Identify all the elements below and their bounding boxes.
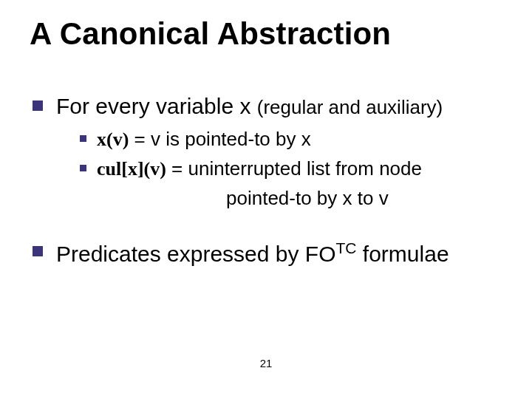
square-bullet-icon: [33, 100, 43, 111]
superscript-tc: TC: [336, 239, 357, 256]
bullet-2-before: Predicates expressed by FO: [56, 242, 336, 266]
bullet-2-after: formulae: [357, 242, 449, 266]
bullet-1-aux: (regular and auxiliary): [257, 96, 443, 118]
subbullet-1-rest: = v is pointed-to by x: [129, 128, 310, 150]
subbullet-2-text: cul[x](v) = uninterrupted list from node: [97, 157, 422, 182]
bullet-1-text: For every variable x (regular and auxili…: [56, 93, 443, 120]
subbullet-2-line2: pointed-to by x to v: [226, 186, 505, 211]
subbullet-2: cul[x](v) = uninterrupted list from node: [80, 157, 505, 182]
subbullet-1-text: x(v) = v is pointed-to by x: [97, 127, 311, 152]
page-number: 21: [0, 357, 532, 369]
predicate-symbol: x(v): [97, 129, 129, 150]
subbullet-1: x(v) = v is pointed-to by x: [80, 127, 505, 152]
bullet-item-2: Predicates expressed by FOTC formulae: [33, 239, 505, 267]
subbullet-2-line1: = uninterrupted list from node: [166, 157, 422, 180]
square-bullet-icon: [33, 246, 43, 256]
content-area: For every variable x (regular and auxili…: [33, 93, 505, 275]
sublist: x(v) = v is pointed-to by x cul[x](v) = …: [80, 127, 505, 211]
predicate-symbol: cul[x](v): [97, 158, 166, 180]
slide: A Canonical Abstraction For every variab…: [0, 0, 532, 399]
bullet-item-1: For every variable x (regular and auxili…: [33, 93, 505, 120]
bullet-1-prefix: For every variable x: [56, 94, 257, 118]
square-bullet-icon: [80, 165, 86, 171]
bullet-2-text: Predicates expressed by FOTC formulae: [56, 239, 449, 267]
square-bullet-icon: [80, 135, 86, 142]
slide-title: A Canonical Abstraction: [30, 16, 391, 52]
